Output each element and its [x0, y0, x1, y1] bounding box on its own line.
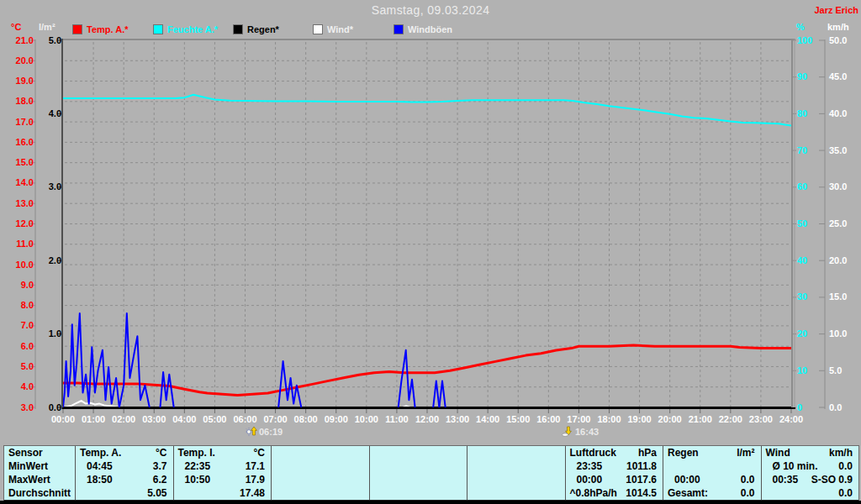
temp-axis-tick: 10.0: [3, 260, 34, 270]
humidity-axis-tick: 10: [797, 365, 822, 376]
table-cell-avg-col1: 5.05: [75, 486, 173, 500]
table-cell-max-col5: [467, 473, 565, 486]
table-row-label: MinWert: [4, 459, 75, 473]
legend-label: Temp. A.*: [87, 24, 129, 34]
rain-axis-unit: l/m²: [39, 22, 55, 32]
temp-axis-tick: 15.0: [3, 157, 34, 168]
humidity-axis-unit: %: [796, 22, 805, 32]
summary-table: SensorTemp. A.°CTemp. I.°CLuftdruckhPaRe…: [3, 445, 859, 501]
legend-item-3: Regen*: [233, 24, 279, 34]
table-cell-min-col1: 04:453.7: [75, 459, 173, 473]
humidity-axis-tick: 100: [797, 35, 822, 46]
cell-left: 00:00: [663, 474, 700, 486]
chart-plot: [0, 0, 861, 445]
wind-axis-tick: 40.0: [829, 108, 859, 119]
temp-axis-tick: 21.0: [3, 35, 34, 46]
table-cell-avg-col7: Gesamt:0.0: [663, 486, 761, 500]
temp-axis-tick: 12.0: [3, 218, 34, 229]
cell-right: 0.0: [741, 474, 761, 486]
temp-axis-tick: 17.0: [3, 117, 34, 128]
cell-right: °C: [254, 447, 271, 459]
cell-right: 3.7: [153, 460, 173, 472]
table-cell-header-col6: LuftdruckhPa: [565, 446, 663, 459]
humidity-axis-tick: 70: [797, 145, 822, 156]
temp-axis-tick: 20.0: [3, 55, 34, 66]
cell-left: 00:35: [762, 474, 799, 486]
cell-left: Temp. A.: [76, 447, 121, 459]
table-cell-avg-col6: ^0.8hPa/h1014.5: [565, 486, 663, 500]
legend-swatch-icon: [153, 24, 163, 34]
humidity-axis-tick: 40: [797, 255, 822, 266]
cell-left: Ø 10 min.: [762, 460, 818, 472]
cell-right: 17.9: [246, 474, 271, 486]
cell-right: 1011.8: [626, 460, 663, 472]
humidity-axis-tick: 20: [797, 328, 822, 339]
cell-left: 00:00: [566, 474, 603, 486]
cell-right: l/m²: [737, 447, 760, 459]
table-cell-header-col7: Regenl/m²: [663, 446, 761, 459]
cell-left: 10:50: [174, 474, 211, 486]
table-cell-max-col1: 18:506.2: [75, 473, 173, 486]
humidity-axis-tick: 30: [797, 291, 822, 302]
table-cell-max-col4: [369, 473, 467, 486]
rain-axis-tick: 0.0: [34, 402, 61, 413]
table-cell-max-col8: 00:35S-SO 0.9: [761, 473, 859, 486]
temp-axis-tick: 18.0: [3, 96, 34, 107]
wind-axis-tick: 25.0: [829, 218, 859, 229]
wind-axis-tick: 45.0: [829, 71, 859, 82]
cell-right: 17.1: [246, 460, 271, 472]
rain-axis-tick: 2.0: [34, 255, 61, 266]
sunrise-marker: 06:19: [246, 426, 283, 437]
rain-axis-tick: 3.0: [34, 181, 61, 192]
cell-right: 17.48: [240, 487, 271, 499]
sunset-icon: [562, 426, 573, 437]
legend-label: Regen*: [247, 24, 279, 34]
table-cell-min-col6: 23:351011.8: [565, 459, 663, 473]
wind-axis-tick: 20.0: [829, 255, 859, 266]
sunset-marker: 16:43: [562, 426, 599, 437]
cell-left: 23:35: [566, 460, 603, 472]
temp-axis-tick: 19.0: [3, 76, 34, 87]
table-row-label: Durchschnitt: [4, 486, 75, 500]
table-cell-header-col1: Temp. A.°C: [75, 446, 173, 459]
table-cell-header-col8: Windkm/h: [761, 446, 859, 459]
table-cell-min-col2: 22:3517.1: [173, 459, 272, 473]
table-cell-max-col3: [271, 473, 369, 486]
table-cell-min-col5: [467, 459, 565, 473]
temp-axis-tick: 5.0: [3, 361, 34, 372]
sunrise-time: 06:19: [259, 427, 283, 437]
cell-right: 6.2: [153, 474, 173, 486]
temp-axis-tick: 14.0: [3, 177, 34, 188]
wind-axis-tick: 10.0: [829, 328, 859, 339]
cell-left: Wind: [762, 447, 790, 459]
table-cell-avg-col2: 17.48: [173, 486, 272, 500]
cell-right: 5.05: [147, 487, 172, 499]
temp-axis-tick: 6.0: [3, 341, 34, 352]
table-row-label: Sensor: [4, 446, 75, 459]
table-cell-header-col5: [467, 446, 565, 459]
cell-left: Temp. I.: [174, 447, 215, 459]
wind-axis-tick: 15.0: [829, 291, 859, 302]
wind-axis-tick: 35.0: [829, 145, 859, 156]
cell-left: Gesamt:: [663, 487, 708, 499]
temp-axis-unit: °C: [11, 22, 21, 32]
cell-right: 0.0: [741, 487, 761, 499]
legend-swatch-icon: [233, 24, 243, 34]
sunset-time: 16:43: [575, 427, 599, 437]
legend-swatch-icon: [394, 24, 404, 34]
station-name: Jarz Erich: [814, 5, 858, 15]
legend-item-4: Wind*: [313, 24, 353, 34]
legend-label: Feuchte A.*: [167, 24, 218, 34]
cell-right: S-SO 0.9: [811, 474, 858, 486]
humidity-axis-tick: 90: [797, 71, 822, 82]
wind-axis-tick: 50.0: [829, 35, 859, 46]
table-row-label-text: Durchschnitt: [4, 487, 71, 499]
rain-axis-tick: 1.0: [34, 328, 61, 339]
table-cell-avg-col5: [467, 486, 565, 500]
table-row-label-text: MinWert: [4, 460, 48, 472]
temp-axis-tick: 7.0: [3, 320, 34, 331]
wind-axis-tick: 30.0: [829, 181, 859, 192]
humidity-axis-tick: 50: [797, 218, 822, 229]
wind-axis-tick: 5.0: [829, 365, 859, 376]
cell-right: km/h: [829, 447, 858, 459]
